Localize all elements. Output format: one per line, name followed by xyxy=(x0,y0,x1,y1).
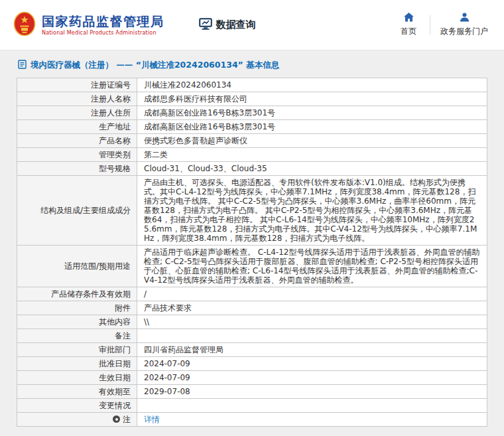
home-icon xyxy=(404,13,414,24)
row-label: 注册证编号 xyxy=(17,78,137,92)
main-content: 境内医疗器械（注册） —— “川械注准20242060134” 基本信息 注册证… xyxy=(0,50,504,427)
data-query-button[interactable]: 数据查询 xyxy=(199,18,256,33)
table-row: 注册证编号川械注准20242060134 xyxy=(17,78,487,92)
nav-portal-label: 政务服务门户 xyxy=(440,26,488,37)
table-row: 审批部门四川省药品监督管理局 xyxy=(17,343,487,357)
row-value: 2029-07-08 xyxy=(137,385,487,399)
row-label: 结构及组成/主要组成成分 xyxy=(17,176,137,246)
row-value: 2024-07-09 xyxy=(137,371,487,385)
breadcrumb-text: 境内医疗器械（注册） —— “川械注准20242060134” 基本信息 xyxy=(31,60,279,71)
nav-portal-link[interactable]: 政务服务门户 xyxy=(440,13,488,37)
row-label: 注册人名称 xyxy=(17,92,137,106)
nav-home-label: 首页 xyxy=(401,26,416,37)
table-row: 生产地址成都高新区创业路16号B栋3层301号 xyxy=(17,120,487,134)
person-icon xyxy=(460,13,470,24)
data-query-label: 数据查询 xyxy=(216,19,256,31)
brand-text: 国家药品监督管理局 National Medical Products Admi… xyxy=(42,14,164,36)
row-value: 川械注准20242060134 xyxy=(137,78,487,92)
data-monitor-icon xyxy=(199,18,212,33)
row-value: 四川省药品监督管理局 xyxy=(137,343,487,357)
table-row: 生效日期2024-07-09 xyxy=(17,371,487,385)
breadcrumb: 境内医疗器械（注册） —— “川械注准20242060134” 基本信息 xyxy=(17,50,487,78)
table-row: 注册人名称成都思多科医疗科技有限公司 xyxy=(17,92,487,106)
table-row: 管理类别第二类 xyxy=(17,148,487,162)
row-value: 详情 xyxy=(137,413,487,427)
row-label: 附件 xyxy=(17,301,137,315)
site-logo[interactable]: 国家药品监督管理局 National Medical Products Admi… xyxy=(13,11,164,39)
row-value: 便携式彩色多普勒超声诊断仪 xyxy=(137,134,487,148)
row-value: 成都高新区创业路16号B栋3层301号 xyxy=(137,120,487,134)
row-value: 2024-07-09 xyxy=(137,357,487,371)
org-name-cn: 国家药品监督管理局 xyxy=(42,14,164,29)
info-table-body: 注册证编号川械注准20242060134注册人名称成都思多科医疗科技有限公司注册… xyxy=(17,78,487,427)
row-label: 其他内容 xyxy=(17,315,137,329)
row-value: 成都思多科医疗科技有限公司 xyxy=(137,92,487,106)
row-value: / xyxy=(137,287,487,301)
row-label: 型号规格 xyxy=(17,162,137,176)
row-label: 生产地址 xyxy=(17,120,137,134)
table-row: 产品名称便携式彩色多普勒超声诊断仪 xyxy=(17,134,487,148)
table-row: 变更情况 xyxy=(17,399,487,413)
row-value xyxy=(137,329,487,343)
row-value: \\ xyxy=(137,315,487,329)
table-row: 附件产品技术要求 xyxy=(17,301,487,315)
row-value: 产品技术要求 xyxy=(137,301,487,315)
table-row: 适用范围/预期用途产品适用于临床超声诊断检查。 C-L4-12型号线阵探头适用于… xyxy=(17,246,487,287)
row-label: 注册人住所 xyxy=(17,106,137,120)
row-label: 变更情况 xyxy=(17,399,137,413)
top-nav: 首页 政务服务门户 xyxy=(397,13,488,37)
detail-link[interactable]: 详情 xyxy=(144,415,160,424)
nav-divider xyxy=(430,15,430,35)
row-label: 生效日期 xyxy=(17,371,137,385)
info-table: 注册证编号川械注准20242060134注册人名称成都思多科医疗科技有限公司注册… xyxy=(17,78,487,427)
table-row: 备注 xyxy=(17,329,487,343)
row-label: 产品储存条件及有效期 xyxy=(17,287,137,301)
row-label: 产品名称 xyxy=(17,134,137,148)
table-row: 批准日期2024-07-09 xyxy=(17,357,487,371)
nav-home-link[interactable]: 首页 xyxy=(397,13,420,37)
table-row: 型号规格Cloud-31、Cloud-33、Cloud-35 xyxy=(17,162,487,176)
national-emblem-icon xyxy=(13,11,36,39)
row-label: 注 xyxy=(17,413,137,427)
row-value: 产品适用于临床超声诊断检查。 C-L4-12型号线阵探头适用于适用于浅表脏器、外… xyxy=(137,246,487,287)
row-label: 有效期至 xyxy=(17,385,137,399)
site-header: 国家药品监督管理局 National Medical Products Admi… xyxy=(0,0,504,50)
note-circle-icon xyxy=(113,415,120,423)
row-value: 产品由主机、可选探头、电源适配器、专用软件(软件发布版本:V1.0)组成。结构形… xyxy=(137,176,487,246)
row-value: Cloud-31、Cloud-33、Cloud-35 xyxy=(137,162,487,176)
row-label: 管理类别 xyxy=(17,148,137,162)
row-label: 备注 xyxy=(17,329,137,343)
table-row: 其他内容\\ xyxy=(17,315,487,329)
row-value: 成都高新区创业路16号B栋3层301号 xyxy=(137,106,487,120)
row-value: 第二类 xyxy=(137,148,487,162)
table-row: 产品储存条件及有效期/ xyxy=(17,287,487,301)
table-row: 注册人住所成都高新区创业路16号B栋3层301号 xyxy=(17,106,487,120)
table-row: 有效期至2029-07-08 xyxy=(17,385,487,399)
org-name-en: National Medical Products Administration xyxy=(42,30,164,36)
row-label: 审批部门 xyxy=(17,343,137,357)
row-value xyxy=(137,399,487,413)
table-row: 结构及组成/主要组成成分产品由主机、可选探头、电源适配器、专用软件(软件发布版本… xyxy=(17,176,487,246)
row-label: 适用范围/预期用途 xyxy=(17,246,137,287)
table-row: 注详情 xyxy=(17,413,487,427)
document-icon xyxy=(18,60,27,71)
row-label: 批准日期 xyxy=(17,357,137,371)
